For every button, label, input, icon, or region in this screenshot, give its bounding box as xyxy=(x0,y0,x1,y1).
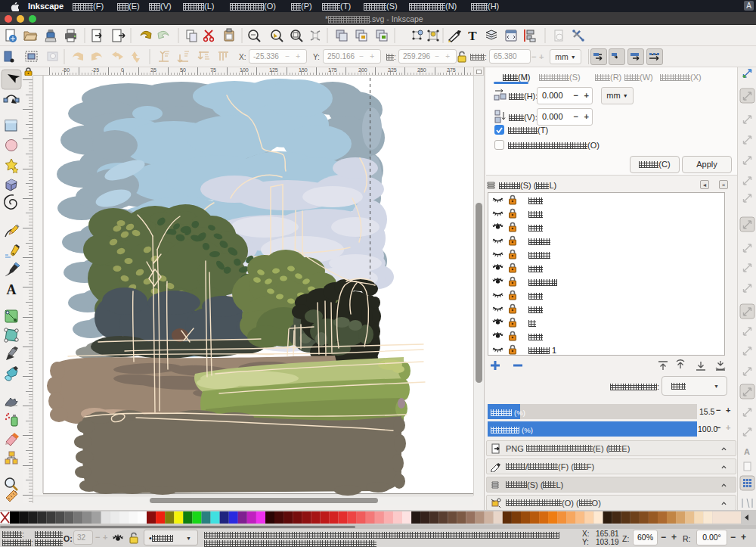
svg-text:A: A xyxy=(744,447,750,456)
svg-text:A: A xyxy=(7,282,17,297)
svg-text:T: T xyxy=(468,29,477,43)
